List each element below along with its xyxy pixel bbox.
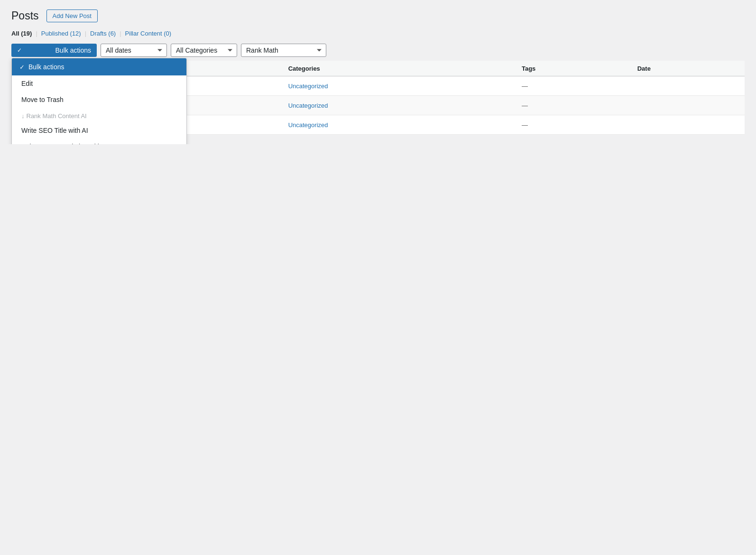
filter-drafts-link[interactable]: Drafts (6) — [90, 30, 116, 37]
row-category: Uncategorized — [283, 76, 516, 96]
row-category: Uncategorized — [283, 96, 516, 115]
col-categories: Categories — [283, 61, 516, 76]
category-link[interactable]: Uncategorized — [288, 121, 328, 129]
rank-math-select[interactable]: Rank Math — [241, 44, 326, 57]
row-tags: — — [516, 76, 632, 96]
category-link[interactable]: Uncategorized — [288, 83, 328, 90]
page-title: Posts — [11, 9, 39, 22]
filter-all-label: All (19) — [11, 30, 32, 37]
filter-pillar-link[interactable]: Pillar Content (0) — [125, 30, 172, 37]
col-tags: Tags — [516, 61, 632, 76]
page-header: Posts Add New Post — [11, 9, 745, 22]
all-categories-wrapper[interactable]: All Categories — [171, 44, 237, 57]
all-categories-select[interactable]: All Categories — [171, 44, 237, 57]
row-category: Uncategorized — [283, 115, 516, 135]
menu-header-label: Bulk actions — [28, 63, 64, 71]
filter-separator-3: | — [120, 30, 121, 37]
menu-item-move-to-trash[interactable]: Move to Trash — [12, 92, 186, 108]
col-date: Date — [632, 61, 745, 76]
filter-separator-1: | — [36, 30, 37, 37]
filter-bar: All (19) | Published (12) | Drafts (6) |… — [11, 30, 745, 37]
check-icon: ✓ — [19, 64, 25, 71]
all-dates-wrapper[interactable]: All dates — [101, 44, 167, 57]
category-link[interactable]: Uncategorized — [288, 102, 328, 109]
bulk-actions-menu: ✓ Bulk actions Edit Move to Trash ↓Rank … — [11, 58, 187, 144]
section-arrow-icon: ↓ — [21, 112, 25, 120]
bulk-actions-label: Bulk actions — [55, 46, 91, 54]
bulk-actions-dropdown[interactable]: ✓ Bulk actions ✓ Bulk actions Edit Move … — [11, 44, 97, 57]
toolbar-row: ✓ Bulk actions ✓ Bulk actions Edit Move … — [11, 44, 745, 57]
add-new-post-button[interactable]: Add New Post — [46, 9, 98, 22]
row-date — [632, 76, 745, 96]
menu-item-write-seo-desc-ai[interactable]: Write SEO Description with AI — [12, 139, 186, 144]
row-date — [632, 115, 745, 135]
row-tags: — — [516, 96, 632, 115]
bulk-actions-button[interactable]: ✓ Bulk actions — [11, 44, 97, 57]
row-tags: — — [516, 115, 632, 135]
menu-item-edit[interactable]: Edit — [12, 75, 186, 92]
menu-header[interactable]: ✓ Bulk actions — [12, 58, 186, 75]
menu-section-rank-math-content-ai: ↓Rank Math Content AI — [12, 108, 186, 122]
checkmark-icon: ✓ — [17, 47, 22, 54]
filter-published-link[interactable]: Published (12) — [41, 30, 81, 37]
rank-math-wrapper[interactable]: Rank Math — [241, 44, 326, 57]
filter-separator-2: | — [85, 30, 86, 37]
all-dates-select[interactable]: All dates — [101, 44, 167, 57]
menu-item-write-seo-title-ai[interactable]: Write SEO Title with AI — [12, 122, 186, 139]
row-date — [632, 96, 745, 115]
